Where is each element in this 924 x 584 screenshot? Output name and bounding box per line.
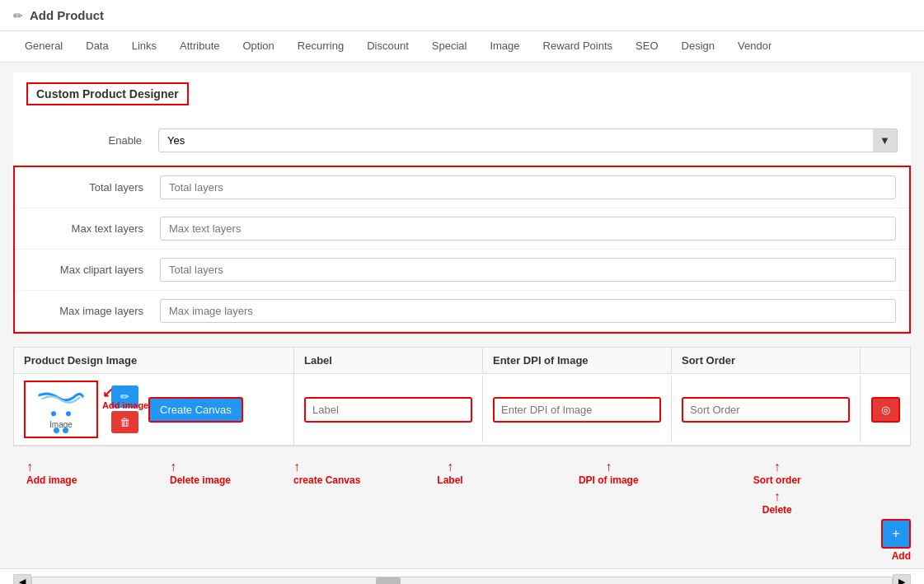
- add-image-annot-label: Add image: [26, 474, 77, 486]
- dpi-annot-label: DPI of image: [579, 474, 639, 486]
- remove-cell: ◎: [861, 376, 910, 442]
- max-text-layers-row: Max text layers: [15, 208, 909, 250]
- table-row: Image ↙ Add image ✏ 🗑 Create Canvas: [14, 374, 910, 446]
- delete-image-annot-block: ↑ Delete image: [170, 460, 293, 516]
- tab-attribute[interactable]: Attribute: [168, 31, 231, 62]
- scrollbar-thumb: [376, 577, 401, 585]
- tab-design[interactable]: Design: [670, 31, 726, 62]
- label-annot-block: ↑ Label: [376, 460, 524, 516]
- max-text-layers-label: Max text layers: [28, 222, 160, 235]
- total-layers-row: Total layers: [15, 167, 909, 208]
- tab-special[interactable]: Special: [420, 31, 479, 62]
- tab-option[interactable]: Option: [232, 31, 286, 62]
- create-canvas-button[interactable]: Create Canvas: [148, 397, 243, 423]
- product-design-table: Product Design Image Label Enter DPI of …: [13, 347, 911, 446]
- tab-recurring[interactable]: Recurring: [286, 31, 355, 62]
- max-clipart-layers-input[interactable]: [160, 258, 896, 282]
- bottom-bar: ◀ ▶: [0, 568, 924, 584]
- product-logo-svg: [36, 390, 86, 418]
- add-row-button[interactable]: +: [881, 519, 911, 549]
- label-cell: [294, 376, 483, 442]
- col-header-label: Label: [294, 348, 483, 373]
- create-canvas-annot-label: create Canvas: [293, 474, 360, 486]
- dpi-cell: [483, 376, 672, 442]
- sort-input[interactable]: [682, 397, 850, 423]
- add-annot-label: Add: [892, 550, 911, 562]
- dpi-annot-block: ↑ DPI of image: [524, 460, 693, 516]
- enable-select-wrapper: Yes No ▼: [158, 128, 898, 152]
- table-header: Product Design Image Label Enter DPI of …: [14, 348, 910, 374]
- tabs-bar: General Data Links Attribute Option Recu…: [0, 31, 924, 63]
- total-layers-label: Total layers: [28, 181, 160, 194]
- remove-row-button[interactable]: ◎: [871, 397, 900, 423]
- enable-select[interactable]: Yes No: [158, 128, 898, 152]
- active-tab-label: Custom Product Designer: [26, 82, 189, 105]
- image-dots: [54, 427, 68, 433]
- sort-annot-label: Sort order: [753, 474, 801, 486]
- enable-row: Enable Yes No ▼: [13, 115, 911, 166]
- scroll-left-button[interactable]: ◀: [13, 574, 31, 584]
- label-input[interactable]: [304, 397, 472, 423]
- col-header-dpi: Enter DPI of Image: [483, 348, 672, 373]
- scroll-right-button[interactable]: ▶: [893, 574, 911, 584]
- max-image-layers-row: Max image layers: [15, 291, 909, 332]
- max-text-layers-input[interactable]: [160, 217, 896, 241]
- tab-discount[interactable]: Discount: [355, 31, 420, 62]
- image-cell: Image ↙ Add image ✏ 🗑 Create Canvas: [14, 374, 294, 445]
- enable-label: Enable: [26, 134, 158, 147]
- delete-annot-label: Delete: [762, 504, 792, 516]
- add-image-annot-block: ↑ Add image: [13, 460, 170, 516]
- edit-icon: ✏: [13, 9, 23, 22]
- tab-general[interactable]: General: [13, 31, 74, 62]
- dpi-input[interactable]: [493, 397, 661, 423]
- product-image-box: Image: [24, 381, 98, 438]
- max-clipart-layers-label: Max clipart layers: [28, 264, 160, 276]
- page-header: ✏ Add Product: [0, 0, 924, 31]
- tab-links[interactable]: Links: [120, 31, 168, 62]
- svg-point-0: [51, 411, 56, 416]
- sort-cell: [672, 376, 861, 442]
- max-image-layers-label: Max image layers: [28, 305, 160, 317]
- total-layers-input[interactable]: [160, 175, 896, 199]
- col-header-image: Product Design Image: [14, 348, 294, 373]
- col-header-action: [861, 348, 910, 373]
- layers-section: Total layers Max text layers Max clipart…: [13, 166, 911, 334]
- label-annot-label: Label: [437, 474, 462, 486]
- tab-vendor[interactable]: Vendor: [726, 31, 783, 62]
- dot-1: [54, 427, 59, 433]
- col-header-sort: Sort Order: [672, 348, 861, 373]
- dot-2: [63, 427, 68, 433]
- delete-image-annot-label: Delete image: [170, 474, 231, 486]
- scrollbar-track[interactable]: [31, 577, 893, 585]
- sort-annot-block: ↑ Sort order ↑ Delete: [693, 460, 862, 516]
- tab-image[interactable]: Image: [478, 31, 531, 62]
- create-canvas-annot-block: ↑ create Canvas: [293, 460, 376, 516]
- svg-point-1: [66, 411, 71, 416]
- delete-image-button[interactable]: 🗑: [111, 411, 138, 433]
- tab-reward-points[interactable]: Reward Points: [532, 31, 625, 62]
- max-image-layers-input[interactable]: [160, 299, 896, 323]
- max-clipart-layers-row: Max clipart layers: [15, 250, 909, 291]
- tab-seo[interactable]: SEO: [624, 31, 669, 62]
- page-title: Add Product: [30, 8, 104, 22]
- add-image-annotation: ↙ Add image: [102, 385, 148, 410]
- tab-data[interactable]: Data: [74, 31, 120, 62]
